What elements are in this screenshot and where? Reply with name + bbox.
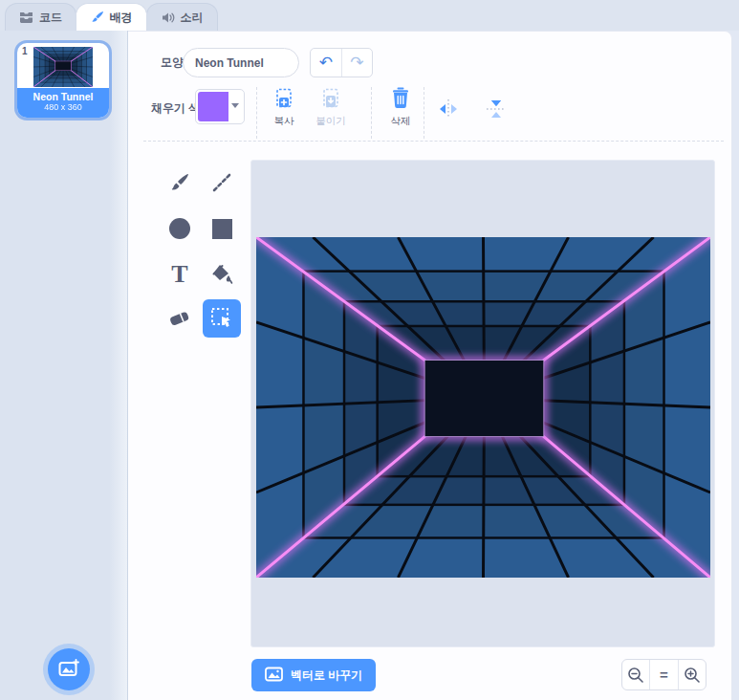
- tool-circle[interactable]: [161, 209, 199, 248]
- tool-text[interactable]: T: [161, 255, 199, 294]
- copy-button[interactable]: 복사: [262, 87, 306, 135]
- flip-vertical-icon[interactable]: [482, 95, 511, 123]
- fill-color-picker[interactable]: [195, 89, 245, 124]
- backdrop-canvas-image[interactable]: [256, 237, 710, 578]
- tab-sound[interactable]: 소리: [146, 3, 218, 31]
- tool-line[interactable]: [203, 164, 241, 202]
- copy-label: 복사: [274, 115, 294, 128]
- costume-label: 모양: [161, 55, 184, 71]
- paste-icon: [319, 87, 342, 113]
- paintbrush-icon: [91, 11, 104, 24]
- tab-code-label: 코드: [39, 10, 62, 26]
- backdrop-index: 1: [22, 46, 28, 56]
- tool-rectangle[interactable]: [203, 209, 241, 248]
- zoom-reset-button[interactable]: =: [649, 660, 677, 689]
- tool-select[interactable]: [203, 299, 241, 338]
- tool-fill[interactable]: [203, 255, 241, 294]
- toolbar-separator: [424, 87, 424, 139]
- zoom-controls: =: [621, 659, 706, 690]
- paint-canvas-area[interactable]: [250, 160, 715, 647]
- tool-brush[interactable]: [161, 164, 199, 202]
- zoom-out-icon[interactable]: [622, 660, 649, 689]
- trash-icon: [390, 87, 411, 113]
- flip-horizontal-icon[interactable]: [434, 95, 463, 123]
- backdrop-name: Neon Tunnel: [17, 91, 109, 102]
- convert-to-vector-label: 벡터로 바꾸기: [291, 667, 362, 684]
- redo-icon[interactable]: ↷: [342, 49, 373, 77]
- undo-redo-group: ↶ ↷: [310, 48, 373, 77]
- tab-sound-label: 소리: [181, 10, 204, 26]
- tab-backdrop[interactable]: 배경: [76, 3, 147, 31]
- speaker-icon: [162, 11, 175, 24]
- tab-backdrop-label: 배경: [110, 10, 133, 26]
- fill-color-label: 채우기 색: [151, 100, 200, 117]
- backdrop-size: 480 x 360: [17, 102, 109, 113]
- delete-label: 삭제: [391, 115, 411, 128]
- tool-eraser[interactable]: [161, 299, 199, 338]
- chevron-down-icon: [231, 103, 239, 108]
- paste-label: 붙이기: [315, 115, 346, 128]
- copy-icon: [272, 87, 295, 113]
- rectangle-shape-icon: [212, 219, 232, 239]
- circle-shape-icon: [169, 218, 190, 239]
- toolbar-bottom-separator: [143, 141, 724, 142]
- toolbar-separator: [256, 87, 257, 139]
- text-tool-icon: T: [171, 260, 187, 289]
- paint-editor-panel: 모양 ↶ ↷ 채우기 색 복사 붙이기: [128, 31, 732, 700]
- convert-to-vector-button[interactable]: 벡터로 바꾸기: [251, 659, 376, 691]
- backdrop-thumbnail-footer: Neon Tunnel 480 x 360: [17, 88, 109, 118]
- backdrop-list-sidebar: 1: [0, 31, 128, 700]
- fill-color-swatch: [198, 92, 228, 121]
- tab-bar: 코드 배경 소리: [0, 0, 739, 31]
- add-backdrop-button[interactable]: [48, 648, 90, 690]
- backdrop-thumbnail-card[interactable]: 1: [17, 43, 109, 118]
- toolbar-separator: [371, 87, 372, 139]
- costume-name-input[interactable]: [183, 48, 299, 77]
- backdrop-thumbnail-image: [33, 47, 93, 87]
- code-blocks-icon: [19, 11, 33, 24]
- add-backdrop-image-icon: [58, 659, 79, 681]
- image-icon: [265, 667, 283, 685]
- zoom-in-icon[interactable]: [678, 660, 706, 689]
- paste-button[interactable]: 붙이기: [309, 87, 353, 135]
- undo-icon[interactable]: ↶: [311, 49, 342, 77]
- delete-button[interactable]: 삭제: [379, 87, 423, 135]
- tab-code[interactable]: 코드: [5, 3, 76, 31]
